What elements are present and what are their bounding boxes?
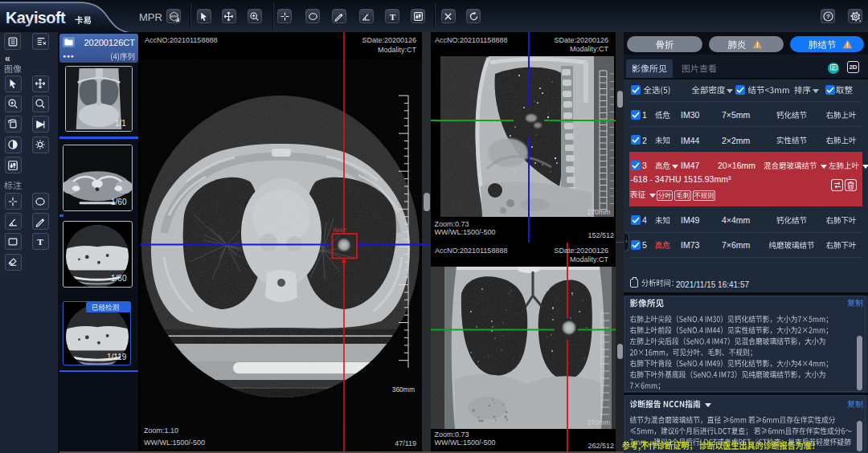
svg-text:T: T [389,12,395,21]
svg-text:?: ? [826,13,830,20]
svg-text:Kayisoft: Kayisoft [6,9,66,27]
svg-text:T: T [37,237,43,247]
svg-text:IM47: IM47 [333,226,346,234]
